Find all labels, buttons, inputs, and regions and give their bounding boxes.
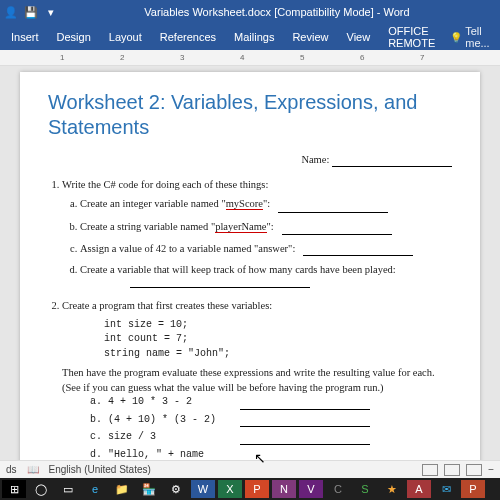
window-title: Variables Worksheet.docx [Compatibility …	[58, 6, 496, 18]
tab-view[interactable]: View	[338, 26, 380, 48]
signed-in-user[interactable]: David Jackman	[496, 25, 500, 49]
status-bar: ds 📖 English (United States) −	[0, 460, 500, 478]
q2-stem2: Then have the program evaluate these exp…	[62, 365, 452, 395]
q1d-blank	[130, 287, 310, 288]
word-icon[interactable]: W	[191, 480, 215, 498]
ruler-mark: 2	[120, 53, 124, 62]
document-area[interactable]: Worksheet 2: Variables, Expressions, and…	[0, 66, 500, 478]
ruler-mark: 1	[60, 53, 64, 62]
q2b-blank	[240, 416, 370, 427]
excel-icon[interactable]: X	[218, 480, 242, 498]
ruler-mark: 3	[180, 53, 184, 62]
q1a-blank	[278, 212, 388, 213]
quick-access-toolbar: 👤 💾 ▾	[4, 5, 58, 19]
q2c-expr: c. size / 3	[90, 430, 240, 445]
q1b: Create a string variable named "playerNa…	[80, 219, 452, 235]
name-field-line: Name:	[48, 152, 452, 167]
tab-insert[interactable]: Insert	[2, 26, 48, 48]
q1c-blank	[303, 255, 413, 256]
question-1: Write the C# code for doing each of thes…	[62, 177, 452, 288]
name-blank	[332, 166, 452, 167]
onenote-icon[interactable]: N	[272, 480, 296, 498]
q1-stem: Write the C# code for doing each of thes…	[62, 177, 452, 192]
question-2: Create a program that first creates thes…	[62, 298, 452, 462]
q1a-varname: myScore	[226, 198, 263, 210]
q1b-pre: Create a string variable named "	[80, 221, 215, 232]
visual-studio-icon[interactable]: V	[299, 480, 323, 498]
question-list: Write the C# code for doing each of thes…	[48, 177, 452, 462]
tab-references[interactable]: References	[151, 26, 225, 48]
app-icon[interactable]: C	[326, 480, 350, 498]
q2b: b. (4 + 10) * (3 - 2)	[90, 413, 452, 428]
q2a-expr: a. 4 + 10 * 3 - 2	[90, 395, 240, 410]
print-layout-button[interactable]	[444, 464, 460, 476]
ruler-mark: 4	[240, 53, 244, 62]
status-language[interactable]: English (United States)	[49, 464, 151, 475]
windows-icon: ⊞	[10, 483, 19, 496]
q2-code: int size = 10; int count = 7; string nam…	[62, 318, 452, 362]
q1b-varname: playerName	[215, 221, 266, 233]
tab-office-remote[interactable]: OFFICE REMOTE	[379, 20, 444, 54]
web-layout-button[interactable]	[466, 464, 482, 476]
file-explorer-icon[interactable]: 📁	[110, 480, 134, 498]
q1d-text: Create a variable that will keep track o…	[80, 264, 396, 275]
powerpoint-icon[interactable]: P	[245, 480, 269, 498]
ruler-mark: 6	[360, 53, 364, 62]
app-icon-4[interactable]: P	[461, 480, 485, 498]
doc-title: Worksheet 2: Variables, Expressions, and…	[48, 90, 452, 140]
q2b-expr: b. (4 + 10) * (3 - 2)	[90, 413, 240, 428]
q1a-post: ":	[263, 198, 270, 209]
bulb-icon: 💡	[450, 32, 462, 43]
tab-review[interactable]: Review	[283, 26, 337, 48]
q1d: Create a variable that will keep track o…	[80, 262, 452, 288]
q2a-blank	[240, 399, 370, 410]
tell-me-label: Tell me...	[465, 25, 489, 49]
q2c: c. size / 3	[90, 430, 452, 445]
tab-mailings[interactable]: Mailings	[225, 26, 283, 48]
settings-icon[interactable]: ⚙	[164, 480, 188, 498]
mail-icon[interactable]: ✉	[434, 480, 458, 498]
qat-dropdown-icon[interactable]: ▾	[44, 5, 58, 19]
q2a: a. 4 + 10 * 3 - 2	[90, 395, 452, 410]
q1a-pre: Create an integer variable named "	[80, 198, 226, 209]
q2-stem: Create a program that first creates thes…	[62, 298, 452, 313]
app-icon-3[interactable]: ★	[380, 480, 404, 498]
page[interactable]: Worksheet 2: Variables, Expressions, and…	[20, 72, 480, 478]
zoom-out-button[interactable]: −	[488, 464, 494, 475]
horizontal-ruler[interactable]: 1 2 3 4 5 6 7	[0, 50, 500, 66]
store-icon[interactable]: 🏪	[137, 480, 161, 498]
read-mode-button[interactable]	[422, 464, 438, 476]
name-label: Name:	[301, 154, 329, 165]
ruler-mark: 7	[420, 53, 424, 62]
q1c: Assign a value of 42 to a variable named…	[80, 241, 452, 256]
q1c-text: Assign a value of 42 to a variable named…	[80, 243, 295, 254]
cortana-button[interactable]: ◯	[29, 480, 53, 498]
status-proofing-icon[interactable]: 📖	[27, 464, 39, 475]
task-view-button[interactable]: ▭	[56, 480, 80, 498]
status-words[interactable]: ds	[6, 464, 17, 475]
edge-icon[interactable]: e	[83, 480, 107, 498]
tell-me-search[interactable]: 💡 Tell me...	[444, 25, 495, 49]
q1b-blank	[282, 234, 392, 235]
ribbon-tabs: Insert Design Layout References Mailings…	[0, 24, 500, 50]
q1b-post: ":	[267, 221, 274, 232]
save-icon[interactable]: 💾	[24, 5, 38, 19]
start-button[interactable]: ⊞	[2, 480, 26, 498]
ruler-mark: 5	[300, 53, 304, 62]
q1a: Create an integer variable named "myScor…	[80, 196, 452, 212]
status-right: −	[422, 464, 494, 476]
tab-layout[interactable]: Layout	[100, 26, 151, 48]
access-icon[interactable]: A	[407, 480, 431, 498]
q1-subitems: Create an integer variable named "myScor…	[62, 196, 452, 288]
q2-eval-list: a. 4 + 10 * 3 - 2 b. (4 + 10) * (3 - 2) …	[62, 395, 452, 462]
tab-design[interactable]: Design	[48, 26, 100, 48]
account-icon[interactable]: 👤	[4, 5, 18, 19]
taskbar: ⊞ ◯ ▭ e 📁 🏪 ⚙ W X P N V C S ★ A ✉ P	[0, 478, 500, 500]
q2c-blank	[240, 434, 370, 445]
app-icon-2[interactable]: S	[353, 480, 377, 498]
